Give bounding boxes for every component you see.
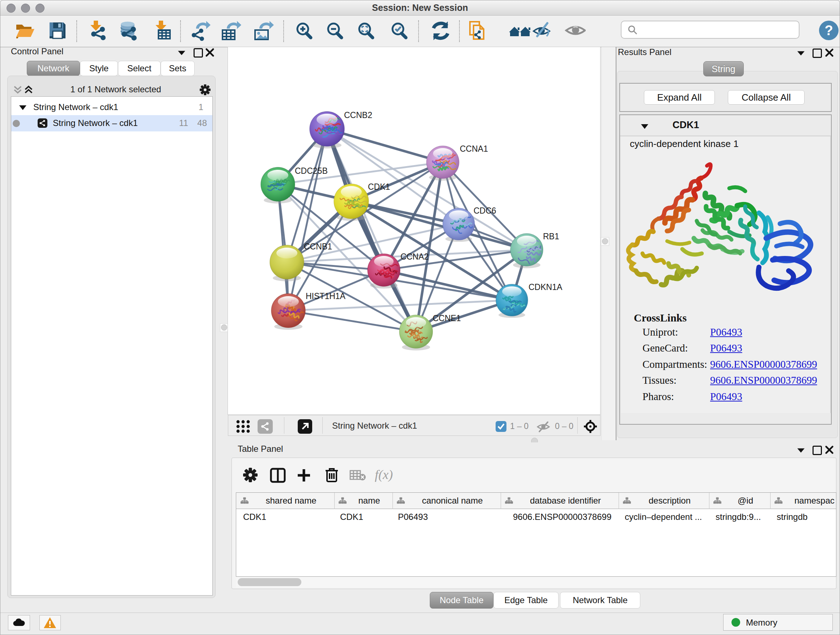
svg-text:CDK1: CDK1 [368, 182, 390, 192]
svg-text:CCNA2: CCNA2 [401, 252, 429, 261]
svg-text:HIST1H1A: HIST1H1A [306, 291, 346, 301]
svg-text:CDC6: CDC6 [474, 206, 496, 215]
svg-text:CDC25B: CDC25B [295, 166, 328, 176]
svg-text:CDKN1A: CDKN1A [529, 282, 562, 292]
svg-text:CCNA1: CCNA1 [460, 144, 488, 154]
svg-text:CCNE1: CCNE1 [433, 314, 461, 323]
svg-text:CCNB2: CCNB2 [344, 111, 372, 120]
svg-text:CCNB1: CCNB1 [304, 242, 332, 251]
svg-text:RB1: RB1 [543, 232, 559, 241]
